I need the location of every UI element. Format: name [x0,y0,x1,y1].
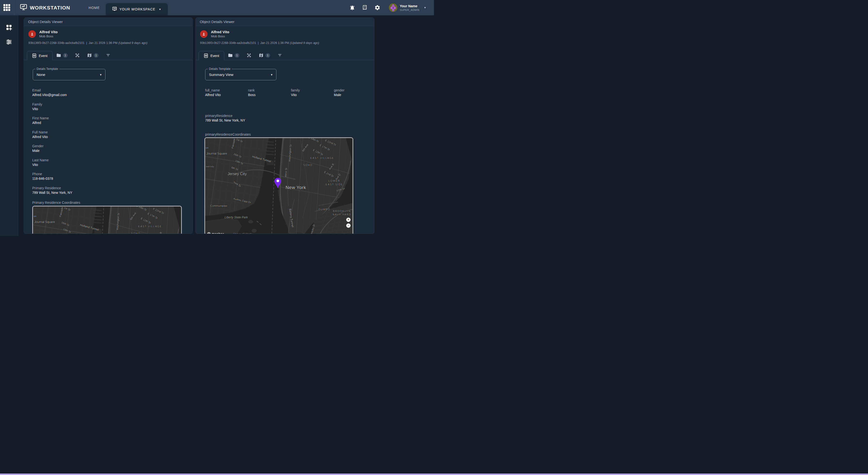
chevron-down-icon: ▼ [424,6,426,9]
svg-text:EAST VILLAGE: EAST VILLAGE [310,156,334,159]
tab-bar: Event 1 [24,51,192,60]
select-value: None [33,69,105,80]
residence-map-left[interactable]: Palisade Av1st StonJournal Square16th St… [32,206,182,234]
field-primary-residence-coordinates: primaryResidenceCoordinates [205,132,374,137]
object-avatar [28,30,36,38]
details-template-select[interactable]: Details Template None ▼ [33,69,105,80]
tab-bar: Event 1 [196,51,374,60]
user-role: SUPER_ADMIN [400,8,420,11]
field-gender: genderMale [334,88,374,97]
object-details-panel-left: Object Details Viewer Alfred Vito Mob Bo… [24,18,193,234]
workstation-logo-icon [20,4,27,12]
notifications-bell-icon[interactable] [349,5,355,11]
tab-filter[interactable] [102,51,114,60]
field-primary-residence: primaryResidence 789 Wall St, New York, … [205,114,374,122]
nav-workspace-label: YOUR WORKSPACE [120,7,155,11]
tune-sliders-icon[interactable] [6,38,12,46]
svg-text:SOHO: SOHO [131,232,141,234]
tab-graph[interactable] [243,51,255,60]
field-email: EmailAlfred.Vito@gmail.com [32,88,192,97]
folder-icon [56,53,61,58]
map-pin-icon [87,53,92,58]
map-attribution[interactable]: © Mapbox © OpenStreetMap [318,233,352,234]
filter-list-icon [277,53,282,58]
tab-folder[interactable]: 1 [224,51,243,60]
svg-text:Jersey City: Jersey City [227,172,247,176]
object-name: Alfred Vito [211,30,229,34]
object-role: Mob Boss [39,34,58,38]
object-details-panel-right: Object Details Viewer Alfred Vito Mob Bo… [195,18,374,234]
svg-text:Statue of Liberty: Statue of Liberty [233,232,253,234]
user-menu[interactable]: Your Name SUPER_ADMIN ▼ [389,3,426,12]
select-caret-icon: ▼ [270,73,273,76]
mapbox-logo[interactable]: O mapbox [207,232,224,234]
field-primary-residence-coordinates: Primary Residence Coordinates [32,201,192,205]
tab-event[interactable]: Event [27,51,53,60]
left-sidebar [0,15,18,236]
event-card-eye-icon [204,53,208,58]
chevron-down-icon: ▼ [159,8,161,11]
tab-map[interactable]: 1 [255,51,274,60]
residence-map-right[interactable]: Palisade Av1st StonJournal Square16th St… [205,137,353,234]
main-content: Object Details Viewer Alfred Vito Mob Bo… [18,15,434,236]
mapbox-logo-icon: O [207,232,211,234]
object-avatar [200,30,208,38]
help-book-icon[interactable]: ? [362,5,368,11]
field-rank: rankBoss [248,88,291,97]
svg-text:Communipaw: Communipaw [210,204,227,207]
svg-text:BROOKLYN: BROOKLYN [333,210,351,212]
svg-text:EAST SIDE: EAST SIDE [326,183,343,186]
filter-list-icon [106,53,111,58]
svg-text:iversity: iversity [34,233,42,234]
nav-home[interactable]: HOME [89,6,100,10]
field-first-name: First NameAlfred [32,116,192,125]
svg-text:NAVY YARD: NAVY YARD [333,213,351,216]
folder-count-badge: 1 [63,53,68,58]
tab-event[interactable]: Event [198,51,224,60]
field-list: EmailAlfred.Vito@gmail.comFamilyVitoFirs… [32,88,192,195]
network-graph-icon [75,53,80,58]
widgets-icon[interactable] [6,24,12,31]
map-canvas: Palisade Av1st StonJournal Square16th St… [205,138,352,234]
panel-title: Object Details Viewer [196,18,374,26]
user-name: Your Name [400,4,420,8]
folder-icon [228,53,233,58]
tab-filter[interactable] [274,51,286,60]
select-caret-icon: ▼ [99,73,102,76]
nav-workspace-tab[interactable]: YOUR WORKSPACE ▼ [106,3,168,15]
top-navbar: WORKSTATION HOME YOUR WORKSPACE ▼ ? [0,0,434,15]
map-canvas: Palisade Av1st StonJournal Square16th St… [33,206,180,234]
select-value: Summary View [205,69,276,80]
select-label: Details Template [35,67,59,70]
svg-text:SOHO: SOHO [303,164,313,167]
brand-title: WORKSTATION [30,5,70,11]
svg-text:EAST VILLAGE: EAST VILLAGE [138,225,162,228]
field-full-name: full_nameAlfred Vito [205,88,248,97]
event-card-eye-icon [32,53,37,58]
apps-grid-icon[interactable] [3,4,11,11]
map-zoom-out-button[interactable]: − [346,224,350,228]
field-last-name: Last NameVito [32,158,192,167]
network-graph-icon [247,53,251,58]
tab-map[interactable]: 1 [84,51,102,60]
map-pin-icon [259,53,264,58]
object-name: Alfred Vito [39,30,58,34]
settings-gear-icon[interactable] [374,5,381,11]
folder-count-badge: 1 [235,53,239,58]
tab-folder[interactable]: 1 [53,51,71,60]
map-count-badge: 1 [94,53,98,58]
object-meta: 93b136f3-0b27-2268-334b-aa3cbafb2101 | J… [28,41,188,45]
svg-text:LOWER: LOWER [329,179,340,182]
svg-text:?: ? [364,6,366,8]
svg-text:Liberty State Park: Liberty State Park [224,216,248,219]
details-template-select[interactable]: Details Template Summary View ▼ [205,69,276,80]
tab-graph[interactable] [71,51,84,60]
field-primary-residence: Primary Residence789 Wall St, New York, … [32,186,192,195]
map-zoom-in-button[interactable]: + [346,217,350,222]
summary-field-row: full_nameAlfred VitorankBossfamilyVitoge… [205,88,374,102]
field-family: FamilyVito [32,102,192,111]
object-role: Mob Boss [211,34,229,38]
avatar [389,3,397,12]
map-count-badge: 1 [266,53,270,58]
svg-text:New York: New York [286,185,306,190]
